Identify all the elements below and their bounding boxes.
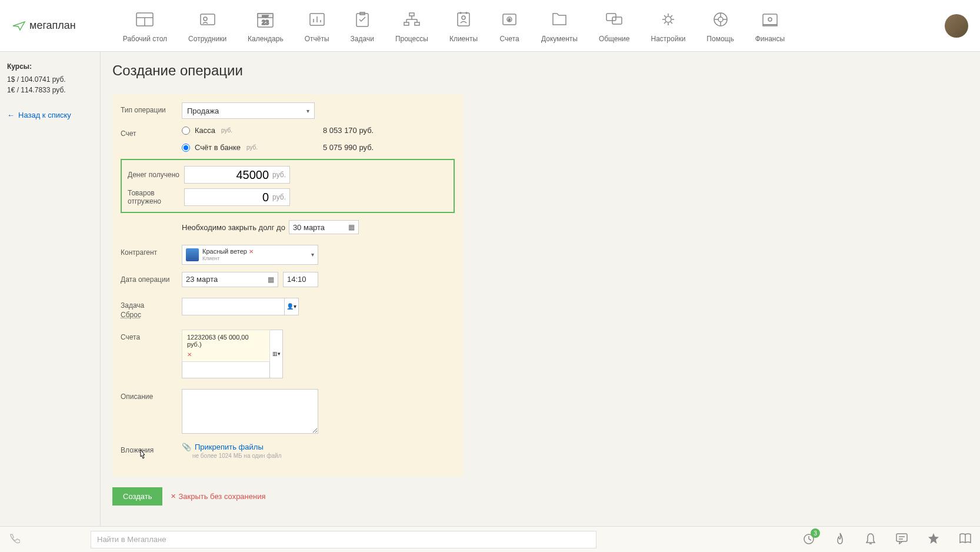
svg-rect-38	[763, 14, 777, 25]
invoice-input[interactable]	[182, 362, 270, 378]
close-link-text: Закрыть без сохранения	[178, 492, 265, 501]
radio-label: Касса	[195, 126, 215, 135]
nav-clients[interactable]: Клиенты	[449, 9, 478, 43]
phone-icon[interactable]	[8, 533, 20, 546]
svg-text:₽: ₽	[508, 18, 511, 22]
svg-point-33	[718, 17, 723, 22]
svg-point-23	[462, 16, 465, 19]
nav-label: Финансы	[755, 35, 785, 43]
operation-date-label: Дата операции	[121, 272, 182, 284]
nav-employees[interactable]: Сотрудники	[188, 9, 226, 43]
remove-contractor-icon[interactable]: ✕	[249, 248, 254, 255]
nav-accounts[interactable]: ₽ Счета	[499, 9, 520, 43]
nav-label: Документы	[541, 35, 578, 43]
svg-rect-15	[409, 13, 414, 16]
fire-icon[interactable]	[834, 532, 846, 547]
currency-suffix: руб.	[272, 193, 286, 201]
nav-label: Процессы	[395, 35, 428, 43]
svg-point-4	[204, 17, 207, 21]
nav-label: Общение	[599, 35, 630, 43]
sidebar: Курсы: 1$ / 104.0741 руб. 1€ / 114.7833 …	[0, 52, 100, 526]
page-title: Создание операции	[112, 62, 968, 79]
amounts-box: Денег получено руб. Товаров отгружено ру…	[121, 159, 455, 213]
nav-help[interactable]: Помощь	[706, 9, 734, 43]
attach-files-link[interactable]: 📎 Прикрепить файлы	[182, 443, 455, 451]
nav-processes[interactable]: Процессы	[395, 9, 428, 43]
eur-rate: 1€ / 114.7833 руб.	[7, 85, 93, 95]
logo[interactable]: мегаплан	[12, 19, 76, 32]
operation-type-label: Тип операции	[121, 102, 182, 114]
calendar-icon: ▦	[348, 223, 355, 231]
chat-icon[interactable]	[895, 533, 908, 546]
main-content: Создание операции Тип операции Продажа С…	[101, 52, 980, 526]
create-button[interactable]: Создать	[112, 487, 162, 506]
radio-cash[interactable]: Касса руб.	[182, 126, 323, 135]
documents-icon	[550, 12, 569, 27]
contractor-name: Красный ветер	[202, 248, 247, 255]
goods-shipped-input[interactable]	[198, 191, 269, 204]
accounts-icon: ₽	[500, 12, 519, 27]
radio-bank-input[interactable]	[182, 144, 190, 152]
goods-shipped-label: Товаров отгружено	[128, 189, 184, 205]
cash-balance: 8 053 170 руб.	[323, 126, 374, 135]
settings-icon	[659, 11, 678, 28]
operation-date-input[interactable]: 23 марта ▦	[182, 272, 278, 287]
svg-point-25	[466, 12, 467, 14]
svg-rect-17	[415, 22, 419, 25]
operation-type-select[interactable]: Продажа	[182, 102, 315, 119]
svg-rect-16	[404, 22, 409, 25]
description-label: Описание	[121, 389, 182, 401]
form-actions: Создать Закрыть без сохранения	[112, 487, 968, 506]
processes-icon	[402, 12, 421, 27]
svg-point-24	[460, 12, 461, 14]
nav-label: Клиенты	[449, 35, 478, 43]
task-label-group: Задача Сброс	[121, 298, 182, 319]
nav-finances[interactable]: Финансы	[755, 9, 785, 43]
rates-title: Курсы:	[7, 62, 93, 71]
radio-cash-input[interactable]	[182, 127, 190, 135]
debt-text: Необходимо закрыть долг до	[182, 223, 285, 232]
task-picker-button[interactable]: 👤▾	[285, 298, 299, 315]
operation-time-input[interactable]: 14:10	[283, 272, 318, 287]
nav-communication[interactable]: Общение	[599, 9, 630, 43]
nav-tasks[interactable]: Задачи	[351, 9, 374, 43]
money-received-label: Денег получено	[128, 171, 184, 179]
radio-bank[interactable]: Счёт в банке руб.	[182, 143, 323, 152]
select-value: Продажа	[187, 107, 219, 115]
debt-deadline-row: Необходимо закрыть долг до 30 марта ▦	[182, 220, 455, 234]
timer-button[interactable]: 3	[802, 532, 815, 547]
nav-label: Помощь	[706, 35, 734, 43]
task-reset-link[interactable]: Сброс	[121, 311, 182, 319]
invoice-picker-button[interactable]: ▥▾	[270, 330, 283, 378]
task-input[interactable]	[182, 298, 285, 315]
book-icon[interactable]	[959, 533, 972, 546]
nav-calendar[interactable]: март23 Календарь	[248, 9, 284, 43]
money-received-input[interactable]	[198, 168, 269, 182]
remove-invoice-icon[interactable]: ✕	[187, 351, 265, 358]
close-without-saving-link[interactable]: Закрыть без сохранения	[171, 492, 265, 501]
global-search-input[interactable]: Найти в Мегаплане	[91, 531, 596, 548]
star-icon[interactable]	[927, 532, 940, 547]
top-header: мегаплан Рабочий стол Сотрудники март23 …	[0, 0, 980, 52]
operation-time-value: 14:10	[287, 275, 306, 284]
bell-icon[interactable]	[865, 532, 876, 547]
logo-text: мегаплан	[29, 19, 76, 32]
nav-reports[interactable]: Отчёты	[305, 9, 329, 43]
communication-icon	[605, 12, 624, 27]
currency-suffix: руб.	[246, 144, 258, 151]
nav-label: Отчёты	[305, 35, 329, 43]
bank-balance: 5 075 990 руб.	[323, 143, 374, 152]
nav-settings[interactable]: Настройки	[651, 9, 686, 43]
svg-rect-40	[763, 25, 777, 26]
contractor-select[interactable]: Красный ветер ✕ Клиент	[182, 245, 318, 265]
debt-date-value: 30 марта	[293, 223, 325, 232]
debt-date-input[interactable]: 30 марта ▦	[289, 220, 359, 234]
description-textarea[interactable]	[182, 389, 318, 434]
back-link[interactable]: Назад к списку	[7, 111, 93, 119]
nav-documents[interactable]: Документы	[541, 9, 578, 43]
user-avatar[interactable]	[945, 14, 968, 38]
svg-text:март: март	[262, 14, 269, 18]
nav-desktop[interactable]: Рабочий стол	[123, 9, 167, 43]
search-placeholder: Найти в Мегаплане	[97, 535, 166, 544]
nav-label: Рабочий стол	[123, 35, 167, 43]
